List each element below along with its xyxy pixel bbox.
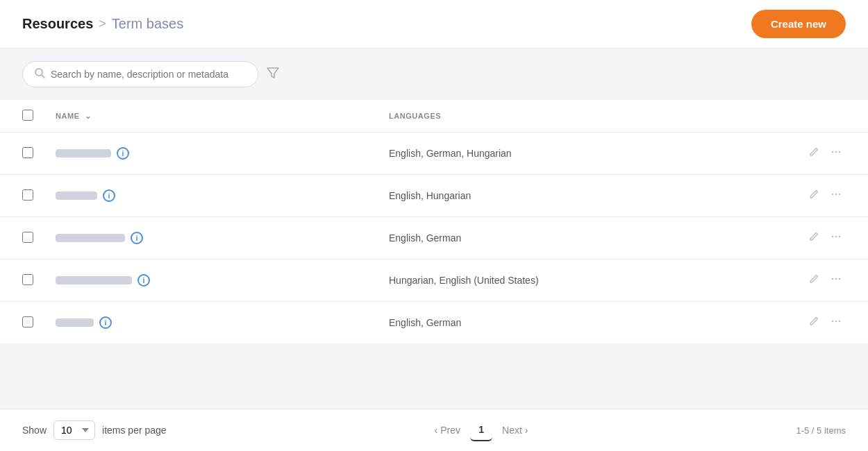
row-languages-cell: English, German: [367, 302, 714, 344]
svg-point-6: [832, 194, 833, 195]
items-count: 1-5 / 5 items: [796, 425, 846, 436]
breadcrumb: Resources > Term bases: [22, 16, 183, 32]
info-icon[interactable]: i: [99, 316, 112, 329]
svg-point-9: [832, 236, 833, 237]
row-checkbox[interactable]: [22, 147, 33, 158]
prev-label: Prev: [440, 425, 460, 436]
svg-line-1: [42, 75, 44, 78]
row-checkbox[interactable]: [22, 232, 33, 243]
row-name-cell: i: [33, 302, 367, 344]
more-button[interactable]: [826, 271, 846, 290]
row-checkbox-cell: [0, 302, 33, 344]
row-actions-cell: [714, 217, 868, 259]
breadcrumb-current: Term bases: [112, 16, 183, 32]
svg-point-4: [835, 151, 837, 153]
row-checkbox[interactable]: [22, 189, 33, 201]
info-icon[interactable]: i: [117, 147, 129, 160]
edit-button[interactable]: [804, 228, 824, 248]
svg-point-15: [832, 321, 833, 322]
items-per-page-label: items per page: [102, 425, 167, 436]
svg-point-11: [839, 236, 840, 237]
row-name-cell: i: [33, 133, 367, 175]
svg-point-5: [839, 151, 840, 153]
create-new-button[interactable]: Create new: [751, 10, 846, 38]
show-label: Show: [22, 425, 47, 436]
row-checkbox-cell: [0, 217, 33, 259]
term-bases-table: NAME ⌄ LANGUAGES i English, German, Hung…: [0, 100, 868, 343]
svg-point-16: [835, 321, 837, 322]
info-icon[interactable]: i: [103, 189, 115, 202]
column-name[interactable]: NAME ⌄: [33, 100, 367, 133]
more-button[interactable]: [826, 313, 846, 332]
row-checkbox[interactable]: [22, 316, 33, 327]
name-placeholder: [56, 149, 111, 158]
more-button[interactable]: [826, 144, 846, 163]
row-languages-cell: English, German, Hungarian: [367, 133, 714, 175]
info-icon[interactable]: i: [131, 232, 143, 244]
table-row: i English, German: [0, 217, 868, 259]
svg-point-8: [839, 194, 840, 195]
name-placeholder: [56, 318, 94, 327]
row-languages-cell: Hungarian, English (United States): [367, 259, 714, 302]
page-header: Resources > Term bases Create new: [0, 0, 868, 49]
more-button[interactable]: [826, 228, 846, 248]
edit-button[interactable]: [804, 271, 824, 290]
edit-button[interactable]: [804, 186, 824, 205]
edit-button[interactable]: [804, 313, 824, 332]
select-all-checkbox[interactable]: [22, 110, 33, 121]
row-checkbox-cell: [0, 175, 33, 217]
next-button[interactable]: Next ›: [495, 420, 535, 440]
svg-point-13: [835, 278, 837, 280]
sort-icon: ⌄: [85, 112, 92, 120]
breadcrumb-separator: >: [99, 17, 106, 31]
table-row: i English, Hungarian: [0, 175, 868, 217]
select-all-header: [0, 100, 33, 133]
table-row: i English, German: [0, 302, 868, 344]
row-checkbox-cell: [0, 259, 33, 302]
name-placeholder: [56, 192, 97, 200]
svg-point-10: [835, 236, 837, 237]
table-header-row: NAME ⌄ LANGUAGES: [0, 100, 868, 133]
svg-point-17: [839, 321, 840, 322]
pagination: ‹ Prev 1 Next ›: [428, 419, 535, 441]
row-actions-cell: [714, 259, 868, 302]
table-footer: Show 10 25 50 100 items per page ‹ Prev …: [0, 409, 868, 451]
edit-button[interactable]: [804, 144, 824, 163]
row-actions-cell: [714, 133, 868, 175]
svg-point-7: [835, 194, 837, 195]
info-icon[interactable]: i: [137, 274, 150, 287]
row-languages-cell: English, Hungarian: [367, 175, 714, 217]
row-name-cell: i: [33, 175, 367, 217]
table-row: i Hungarian, English (United States): [0, 259, 868, 302]
current-page-number[interactable]: 1: [470, 419, 492, 441]
prev-button[interactable]: ‹ Prev: [428, 420, 467, 440]
row-checkbox-cell: [0, 133, 33, 175]
breadcrumb-parent: Resources: [22, 16, 93, 32]
svg-marker-2: [267, 68, 278, 78]
toolbar: [0, 49, 868, 100]
items-per-page-control: Show 10 25 50 100 items per page: [22, 420, 167, 440]
next-label: Next: [502, 425, 522, 436]
row-actions-cell: [714, 175, 868, 217]
name-placeholder: [56, 276, 132, 284]
row-languages-cell: English, German: [367, 217, 714, 259]
more-button[interactable]: [826, 186, 846, 205]
per-page-select[interactable]: 10 25 50 100: [53, 420, 95, 440]
search-input[interactable]: [51, 69, 247, 80]
svg-point-3: [832, 151, 833, 153]
column-actions: [714, 100, 868, 133]
chevron-right-icon: ›: [525, 425, 528, 436]
row-name-cell: i: [33, 217, 367, 259]
svg-point-12: [832, 278, 833, 280]
filter-icon[interactable]: [267, 67, 279, 83]
search-icon: [34, 67, 45, 81]
table-row: i English, German, Hungarian: [0, 133, 868, 175]
row-name-cell: i: [33, 259, 367, 302]
row-checkbox[interactable]: [22, 274, 33, 285]
search-container: [22, 61, 258, 87]
column-languages: LANGUAGES: [367, 100, 714, 133]
chevron-left-icon: ‹: [435, 425, 438, 436]
name-placeholder: [56, 234, 125, 242]
row-actions-cell: [714, 302, 868, 344]
table-container: NAME ⌄ LANGUAGES i English, German, Hung…: [0, 100, 868, 343]
